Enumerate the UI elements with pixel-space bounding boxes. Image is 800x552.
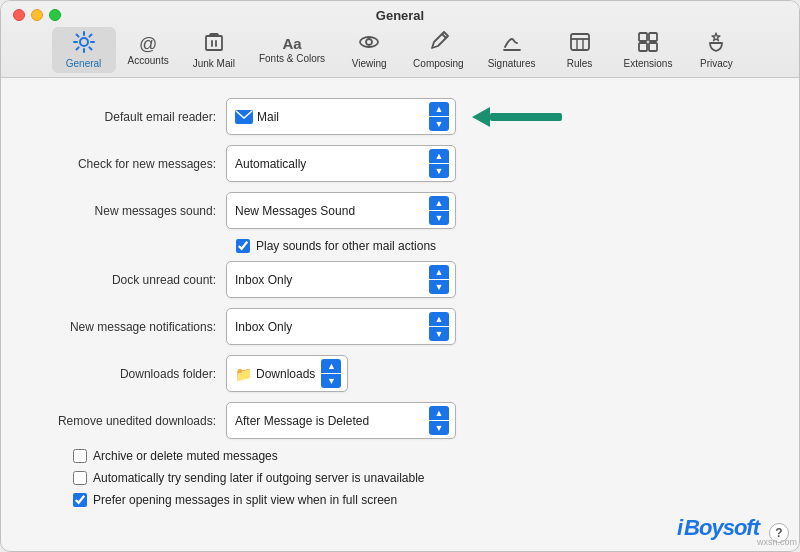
junk-mail-label: Junk Mail bbox=[193, 58, 235, 69]
general-icon bbox=[73, 31, 95, 56]
remove-spinner-down[interactable]: ▼ bbox=[429, 421, 449, 435]
downloads-folder-select[interactable]: 📁 Downloads ▲ ▼ bbox=[226, 355, 348, 392]
svg-marker-10 bbox=[472, 107, 490, 127]
check-messages-control: Automatically ▲ ▼ bbox=[226, 145, 456, 182]
toolbar-item-fonts-colors[interactable]: Aa Fonts & Colors bbox=[247, 32, 337, 68]
toolbar-item-privacy[interactable]: Privacy bbox=[684, 27, 748, 73]
arrow-svg bbox=[472, 103, 572, 131]
sound-spinner-up[interactable]: ▲ bbox=[429, 196, 449, 210]
svg-rect-4 bbox=[571, 34, 589, 50]
svg-rect-7 bbox=[639, 43, 647, 51]
dock-spinner-down[interactable]: ▼ bbox=[429, 280, 449, 294]
play-sounds-checkbox[interactable] bbox=[236, 239, 250, 253]
toolbar-item-viewing[interactable]: Viewing bbox=[337, 27, 401, 73]
extensions-label: Extensions bbox=[624, 58, 673, 69]
svg-point-3 bbox=[366, 39, 372, 45]
check-messages-spinner: ▲ ▼ bbox=[429, 149, 449, 178]
remove-downloads-select[interactable]: After Message is Deleted ▲ ▼ bbox=[226, 402, 456, 439]
dock-unread-label: Dock unread count: bbox=[41, 273, 226, 287]
archive-checkbox[interactable] bbox=[73, 449, 87, 463]
toolbar-item-composing[interactable]: Composing bbox=[401, 27, 476, 73]
signatures-label: Signatures bbox=[488, 58, 536, 69]
dock-spinner-up[interactable]: ▲ bbox=[429, 265, 449, 279]
window-title: General bbox=[376, 8, 424, 23]
notifications-select[interactable]: Inbox Only ▲ ▼ bbox=[226, 308, 456, 345]
toolbar: General @ Accounts Junk Mail bbox=[1, 21, 799, 77]
dock-unread-row: Dock unread count: Inbox Only ▲ ▼ bbox=[41, 261, 759, 298]
content-area: Default email reader: Mail ▲ ▼ bbox=[1, 78, 799, 511]
bottom-area: iBoysoft ? wxsn.com bbox=[1, 511, 799, 551]
privacy-label: Privacy bbox=[700, 58, 733, 69]
remove-downloads-control: After Message is Deleted ▲ ▼ bbox=[226, 402, 456, 439]
check-spinner-up[interactable]: ▲ bbox=[429, 149, 449, 163]
dock-unread-select[interactable]: Inbox Only ▲ ▼ bbox=[226, 261, 456, 298]
new-messages-sound-label: New messages sound: bbox=[41, 204, 226, 218]
check-messages-select[interactable]: Automatically ▲ ▼ bbox=[226, 145, 456, 182]
svg-point-0 bbox=[80, 38, 88, 46]
spinner-down[interactable]: ▼ bbox=[429, 117, 449, 131]
toolbar-item-accounts[interactable]: @ Accounts bbox=[116, 31, 181, 70]
titlebar-top: General bbox=[1, 1, 799, 21]
default-email-reader-select[interactable]: Mail ▲ ▼ bbox=[226, 98, 456, 135]
close-button[interactable] bbox=[13, 9, 25, 21]
check-messages-value: Automatically bbox=[235, 157, 423, 171]
traffic-lights bbox=[13, 9, 61, 21]
play-sounds-row: Play sounds for other mail actions bbox=[41, 239, 759, 253]
notifications-control: Inbox Only ▲ ▼ bbox=[226, 308, 456, 345]
notif-spinner: ▲ ▼ bbox=[429, 312, 449, 341]
privacy-icon bbox=[705, 31, 727, 56]
viewing-label: Viewing bbox=[352, 58, 387, 69]
watermark-text: i bbox=[677, 515, 682, 541]
notif-spinner-down[interactable]: ▼ bbox=[429, 327, 449, 341]
remove-downloads-label: Remove unedited downloads: bbox=[41, 414, 226, 428]
watermark-site: wxsn.com bbox=[757, 537, 797, 547]
svg-rect-1 bbox=[206, 36, 222, 50]
check-messages-row: Check for new messages: Automatically ▲ … bbox=[41, 145, 759, 182]
downloads-spinner-down[interactable]: ▼ bbox=[321, 374, 341, 388]
auto-send-checkbox[interactable] bbox=[73, 471, 87, 485]
notifications-label: New message notifications: bbox=[41, 320, 226, 334]
accounts-icon: @ bbox=[139, 35, 157, 53]
notifications-value: Inbox Only bbox=[235, 320, 423, 334]
viewing-icon bbox=[358, 31, 380, 56]
composing-label: Composing bbox=[413, 58, 464, 69]
fonts-colors-label: Fonts & Colors bbox=[259, 53, 325, 64]
toolbar-item-signatures[interactable]: Signatures bbox=[476, 27, 548, 73]
toolbar-item-junk-mail[interactable]: Junk Mail bbox=[181, 27, 247, 73]
extensions-icon bbox=[637, 31, 659, 56]
rules-label: Rules bbox=[567, 58, 593, 69]
new-messages-sound-select[interactable]: New Messages Sound ▲ ▼ bbox=[226, 192, 456, 229]
downloads-spinner-up[interactable]: ▲ bbox=[321, 359, 341, 373]
junk-mail-icon bbox=[203, 31, 225, 56]
check-spinner-down[interactable]: ▼ bbox=[429, 164, 449, 178]
spinner-up[interactable]: ▲ bbox=[429, 102, 449, 116]
downloads-folder-row: Downloads folder: 📁 Downloads ▲ ▼ bbox=[41, 355, 759, 392]
notif-spinner-up[interactable]: ▲ bbox=[429, 312, 449, 326]
main-window: General General @ Accounts bbox=[0, 0, 800, 552]
sound-spinner-down[interactable]: ▼ bbox=[429, 211, 449, 225]
default-email-reader-spinner: ▲ ▼ bbox=[429, 102, 449, 131]
toolbar-item-rules[interactable]: Rules bbox=[548, 27, 612, 73]
archive-row: Archive or delete muted messages bbox=[41, 449, 759, 463]
archive-label: Archive or delete muted messages bbox=[93, 449, 278, 463]
default-email-reader-label: Default email reader: bbox=[41, 110, 226, 124]
remove-downloads-value: After Message is Deleted bbox=[235, 414, 423, 428]
default-email-reader-control: Mail ▲ ▼ bbox=[226, 98, 572, 135]
remove-spinner-up[interactable]: ▲ bbox=[429, 406, 449, 420]
default-email-reader-value: Mail bbox=[257, 110, 423, 124]
split-view-checkbox[interactable] bbox=[73, 493, 87, 507]
auto-send-row: Automatically try sending later if outgo… bbox=[41, 471, 759, 485]
general-label: General bbox=[66, 58, 102, 69]
downloads-folder-label: Downloads folder: bbox=[41, 367, 226, 381]
maximize-button[interactable] bbox=[49, 9, 61, 21]
default-email-reader-row: Default email reader: Mail ▲ ▼ bbox=[41, 98, 759, 135]
remove-downloads-row: Remove unedited downloads: After Message… bbox=[41, 402, 759, 439]
sound-spinner: ▲ ▼ bbox=[429, 196, 449, 225]
toolbar-item-extensions[interactable]: Extensions bbox=[612, 27, 685, 73]
toolbar-item-general[interactable]: General bbox=[52, 27, 116, 73]
composing-icon bbox=[427, 31, 449, 56]
mail-blue-icon bbox=[235, 110, 253, 124]
new-messages-sound-value: New Messages Sound bbox=[235, 204, 423, 218]
minimize-button[interactable] bbox=[31, 9, 43, 21]
svg-rect-6 bbox=[649, 33, 657, 41]
